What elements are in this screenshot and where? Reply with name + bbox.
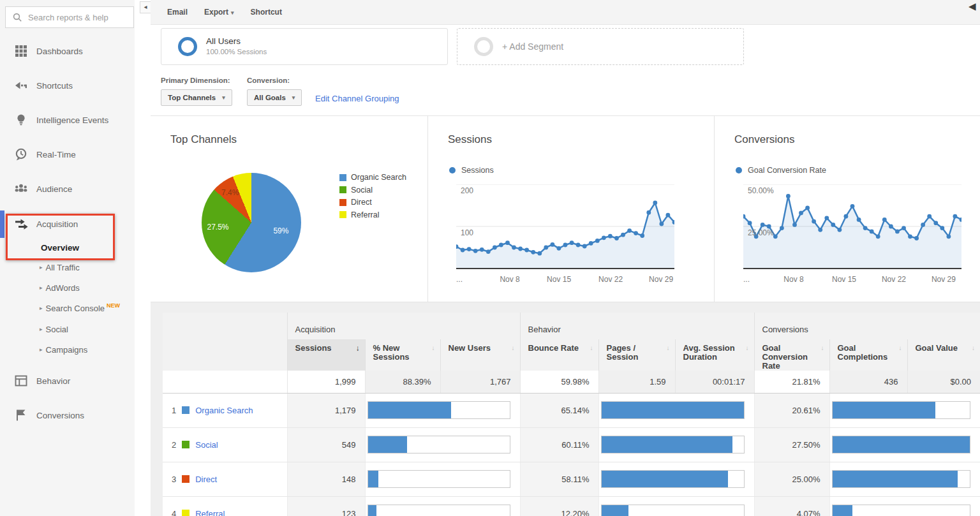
sidebar-item-label: Behavior [36, 376, 70, 386]
legend-dot-icon [449, 167, 456, 173]
channel-link[interactable]: Social [195, 440, 218, 450]
sidebar-item-search-console[interactable]: ▸Search ConsoleNEW [0, 299, 135, 318]
shortcut-button[interactable]: Shortcut [251, 8, 282, 17]
sidebar-item-social[interactable]: ▸Social [0, 320, 135, 339]
segment-title: All Users [206, 36, 241, 46]
column-header-label: New Users [449, 343, 491, 353]
sidebar-item-audience[interactable]: Audience [0, 179, 135, 198]
panel-title: Top Channels [170, 133, 237, 146]
sort-descending-icon: ↓ [899, 344, 902, 353]
column-header-goal-completions[interactable]: ↓Goal Completions [829, 339, 907, 371]
summary-value: 00:01:17 [675, 371, 754, 393]
sidebar-item-label: Overview [41, 243, 79, 253]
sidebar-item-overview[interactable]: Overview [0, 238, 135, 257]
x-axis-tick-label: Nov 8 [500, 275, 519, 284]
column-header-spacer [163, 339, 287, 371]
primary-dimension-select[interactable]: Top Channels▾ [161, 89, 232, 106]
summary-value: 1,999 [287, 371, 365, 393]
sidebar-item-behavior[interactable]: Behavior [0, 371, 135, 390]
channel-cell: 1Organic Search [163, 393, 287, 427]
expand-arrow-icon: ▸ [40, 346, 43, 353]
column-header-new-users[interactable]: ↓New Users [440, 339, 520, 371]
channel-link[interactable]: Referral [195, 509, 225, 516]
metric-value-cell: 60.11% [520, 427, 598, 462]
channel-cell: 2Social [163, 427, 287, 462]
segment-all-users[interactable]: All Users 100.00% Sessions [161, 28, 448, 65]
sidebar-item-campaigns[interactable]: ▸Campaigns [0, 340, 135, 359]
row-rank: 2 [172, 440, 176, 450]
main-content: Email Export▾ Shortcut ◀ All Users 100.0… [151, 0, 980, 516]
sidebar-item-label: Real-Time [36, 150, 76, 159]
pie-slice-label: 59% [273, 226, 288, 235]
sidebar-item-conversions[interactable]: Conversions [0, 406, 135, 425]
active-section-indicator [0, 210, 4, 238]
column-header-bounce-rate[interactable]: ↓Bounce Rate [520, 339, 598, 371]
export-button[interactable]: Export▾ [204, 8, 234, 17]
sidebar-gutter [135, 0, 151, 516]
sidebar-collapse-icon[interactable]: ◂ [140, 1, 151, 13]
conversion-select[interactable]: All Goals▾ [247, 89, 302, 106]
channel-link[interactable]: Organic Search [195, 406, 253, 415]
column-header-goal-conversion-rate[interactable]: ↓Goal Conversion Rate [754, 339, 829, 371]
sort-descending-icon: ↓ [667, 344, 670, 353]
y-axis-tick-label: 50.00% [748, 186, 774, 195]
y-axis-tick-label: 100 [461, 228, 473, 237]
x-axis-tick-label: Nov 22 [882, 275, 906, 284]
metric-value-cell: 27.50% [754, 427, 829, 462]
column-header-goal-value[interactable]: ↓Goal Value [907, 339, 980, 371]
bar-fill [602, 505, 628, 516]
group-header-behavior: Behavior [520, 313, 754, 339]
bar-track [832, 401, 971, 419]
bar-track [832, 505, 971, 516]
metric-bar-cell [598, 462, 754, 496]
bar-fill [602, 471, 728, 487]
column-header-label: Bounce Rate [528, 343, 579, 353]
column-header-avg-session-duration[interactable]: ↓Avg. Session Duration [675, 339, 754, 371]
bar-fill [602, 436, 732, 453]
sidebar-item-all-traffic[interactable]: ▸All Traffic [0, 258, 135, 277]
metric-value-cell: 148 [287, 462, 365, 496]
add-segment-button[interactable]: + Add Segment [457, 28, 744, 65]
add-segment-label: + Add Segment [502, 41, 563, 52]
metric-value-cell: 25.00% [754, 462, 829, 496]
channel-swatch-icon [182, 441, 189, 448]
column-header-label: Avg. Session Duration [683, 343, 735, 362]
email-button[interactable]: Email [167, 8, 188, 17]
sidebar-item-label: Intelligence Events [36, 115, 108, 125]
bar-fill [833, 505, 853, 516]
bar-track [368, 401, 510, 419]
metric-bar-cell [365, 393, 520, 427]
sidebar-item-adwords[interactable]: ▸AdWords [0, 278, 135, 297]
bar-fill [602, 402, 744, 418]
legend-label: Direct [351, 198, 372, 207]
top-channels-panel: Top Channels 59%27.5%7.4% Organic Search… [151, 116, 427, 302]
sidebar-item-dashboards[interactable]: Dashboards [0, 41, 135, 61]
chevron-down-icon: ▾ [231, 10, 234, 16]
sidebar-item-shortcuts[interactable]: Shortcuts [0, 76, 135, 95]
audience-icon [13, 181, 29, 196]
search-box[interactable] [5, 6, 134, 28]
sidebar-item-real-time[interactable]: Real-Time [0, 145, 135, 164]
sidebar-item-acquisition[interactable]: Acquisition [0, 214, 135, 233]
metric-value-cell: 4.07% [754, 496, 829, 516]
legend-item: Direct [339, 198, 372, 207]
channel-link[interactable]: Direct [195, 475, 217, 484]
primary-dimension-label: Primary Dimension: [161, 77, 230, 84]
sort-descending-icon: ↓ [432, 344, 435, 353]
edit-channel-grouping-link[interactable]: Edit Channel Grouping [315, 94, 399, 103]
conversions-icon [13, 408, 29, 423]
channel-cell: 4Referral [163, 496, 287, 516]
column-header--new-sessions[interactable]: ↓% New Sessions [365, 339, 440, 371]
search-input[interactable] [27, 12, 142, 23]
metric-bar-cell [829, 496, 980, 516]
expand-arrow-icon: ▸ [40, 264, 43, 270]
column-header-sessions[interactable]: ↓Sessions [287, 339, 365, 371]
sidebar-item-intelligence-events[interactable]: Intelligence Events [0, 110, 135, 129]
panel-title: Sessions [448, 133, 492, 146]
panel-collapse-icon[interactable]: ◀ [969, 1, 976, 12]
legend-swatch-icon [339, 186, 346, 193]
summary-value: 436 [829, 371, 907, 393]
column-header-pages-session[interactable]: ↓Pages / Session [598, 339, 675, 371]
group-header-spacer [163, 313, 287, 339]
channel-cell: 3Direct [163, 462, 287, 496]
